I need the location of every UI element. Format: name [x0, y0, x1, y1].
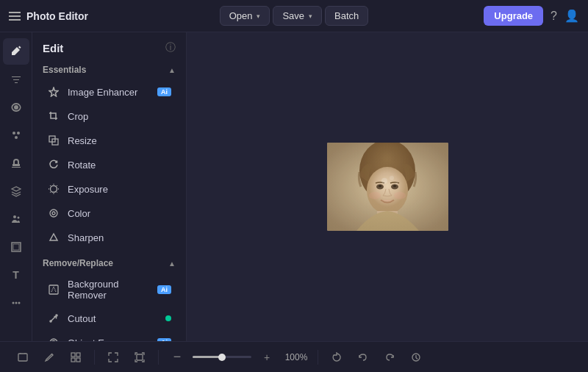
batch-button[interactable]: Batch	[325, 6, 368, 26]
topbar-left: Photo Editor	[9, 10, 141, 22]
sidebar-item-layers[interactable]	[3, 178, 29, 204]
icon-sidebar: T	[0, 32, 32, 341]
tool-sharpen[interactable]: Sharpen	[37, 226, 182, 249]
crop-icon	[47, 110, 60, 123]
svg-point-14	[51, 186, 57, 193]
cutout-icon	[47, 312, 60, 325]
save-chevron-icon: ▾	[309, 12, 312, 20]
resize-icon	[47, 134, 60, 147]
sidebar-item-stamp[interactable]	[3, 150, 29, 176]
sidebar-item-adjust[interactable]	[3, 66, 29, 93]
zoom-in-button[interactable]: +	[256, 346, 278, 368]
sidebar-item-view[interactable]	[3, 94, 29, 121]
app-title: Photo Editor	[26, 10, 88, 22]
exposure-icon	[47, 182, 60, 196]
remove-replace-chevron-icon: ▲	[168, 260, 176, 268]
sidebar-item-people[interactable]	[3, 206, 29, 232]
grid-bottom-button[interactable]	[65, 346, 87, 368]
svg-point-43	[390, 176, 394, 180]
tool-rotate[interactable]: Rotate	[37, 153, 182, 176]
svg-point-10	[18, 302, 20, 304]
svg-point-0	[14, 105, 18, 110]
svg-line-22	[50, 192, 51, 193]
svg-rect-7	[13, 244, 19, 250]
undo-button[interactable]	[352, 346, 374, 368]
fit-view-button[interactable]	[102, 346, 124, 368]
svg-point-4	[13, 215, 16, 218]
history-button[interactable]	[405, 346, 427, 368]
layers-bottom-button[interactable]	[12, 346, 34, 368]
remove-replace-section-header[interactable]: Remove/Replace ▲	[32, 254, 186, 273]
svg-marker-11	[49, 87, 58, 96]
sharpen-icon	[47, 231, 60, 244]
svg-point-36	[376, 185, 384, 190]
sidebar-item-text[interactable]: T	[3, 262, 29, 288]
svg-point-8	[12, 302, 14, 304]
tool-object-eraser[interactable]: Object Eraser Ai	[37, 331, 182, 341]
user-button[interactable]: 👤	[564, 9, 579, 23]
color-icon	[47, 207, 60, 220]
upgrade-button[interactable]: Upgrade	[484, 6, 543, 26]
zoom-out-button[interactable]: −	[166, 346, 188, 368]
main-layout: T Edit ⓘ Essentials ▲ Image Enhancer Ai	[0, 32, 588, 341]
svg-rect-52	[137, 354, 143, 360]
color-label: Color	[68, 208, 171, 219]
svg-marker-25	[50, 234, 57, 240]
svg-point-35	[367, 167, 408, 214]
open-button[interactable]: Open ▾	[220, 6, 270, 26]
fit-frame-button[interactable]	[129, 346, 151, 368]
help-button[interactable]: ?	[551, 10, 557, 23]
svg-point-41	[394, 192, 406, 199]
svg-point-40	[369, 192, 381, 199]
sidebar-item-edit[interactable]	[3, 38, 29, 65]
redo-button[interactable]	[379, 346, 401, 368]
tool-crop[interactable]: Crop	[37, 104, 182, 128]
essentials-section-header[interactable]: Essentials ▲	[32, 60, 186, 79]
background-remover-badge: Ai	[157, 285, 171, 294]
svg-rect-32	[327, 143, 448, 231]
tool-cutout[interactable]: Cutout	[37, 307, 182, 330]
background-remover-label: Background Remover	[68, 279, 150, 301]
cutout-badge	[165, 315, 171, 321]
svg-line-19	[50, 185, 51, 186]
crop-label: Crop	[68, 111, 171, 122]
save-button[interactable]: Save ▾	[273, 6, 322, 26]
tool-exposure[interactable]: Exposure	[37, 177, 182, 201]
reset-view-button[interactable]	[326, 346, 348, 368]
svg-rect-45	[377, 211, 398, 226]
svg-rect-47	[18, 354, 27, 361]
sidebar-item-effects[interactable]	[3, 122, 29, 149]
sharpen-label: Sharpen	[68, 232, 171, 243]
svg-point-28	[56, 315, 57, 316]
topbar-right: Upgrade ? 👤	[447, 6, 579, 26]
tools-panel: Edit ⓘ Essentials ▲ Image Enhancer Ai Cr…	[32, 32, 187, 341]
svg-point-34	[359, 143, 415, 201]
object-eraser-icon	[47, 336, 60, 341]
svg-point-5	[17, 217, 19, 219]
svg-rect-33	[327, 143, 448, 231]
canvas-area	[187, 32, 588, 341]
bottom-toolbar: − + 100%	[0, 341, 588, 372]
tool-image-enhancer[interactable]: Image Enhancer Ai	[37, 80, 182, 104]
essentials-label: Essentials	[43, 65, 86, 75]
edit-bottom-button[interactable]	[38, 346, 60, 368]
panel-header: Edit ⓘ	[32, 32, 186, 60]
svg-point-37	[391, 185, 398, 190]
tool-background-remover[interactable]: Background Remover Ai	[37, 273, 182, 306]
svg-point-23	[50, 210, 57, 217]
info-icon[interactable]: ⓘ	[165, 41, 176, 54]
menu-button[interactable]	[9, 12, 21, 21]
sidebar-item-more[interactable]	[3, 290, 29, 316]
tool-color[interactable]: Color	[37, 201, 182, 225]
tool-resize[interactable]: Resize	[37, 129, 182, 152]
image-enhancer-badge: Ai	[157, 87, 171, 96]
exposure-label: Exposure	[68, 184, 171, 195]
topbar-center: Open ▾ Save ▾ Batch	[141, 6, 447, 26]
toolbar-divider-2	[158, 350, 159, 365]
svg-point-2	[17, 132, 20, 135]
svg-point-38	[379, 185, 381, 187]
toolbar-divider-1	[94, 350, 95, 365]
zoom-slider[interactable]	[193, 356, 251, 358]
zoom-slider-track	[193, 356, 222, 358]
sidebar-item-frame[interactable]	[3, 234, 29, 260]
